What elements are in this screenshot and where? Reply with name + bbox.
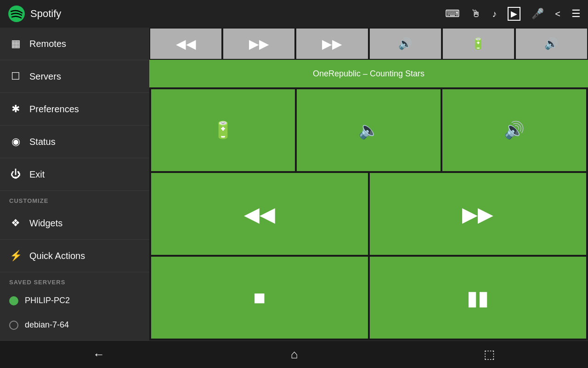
mute-button[interactable]: 🔈 — [297, 89, 441, 171]
music-icon[interactable]: ♪ — [492, 9, 497, 19]
sidebar-item-widgets[interactable]: ❖ Widgets — [0, 207, 149, 240]
media-row-3: ■ ▮▮ — [151, 257, 586, 339]
skip-next-icon: ▶▶ — [322, 36, 342, 52]
skip-next-button[interactable]: ▶▶ — [295, 28, 368, 60]
remotes-icon: ▦ — [9, 38, 22, 50]
vol-loud-button[interactable]: 🔊 — [442, 89, 586, 171]
top-bar-icons: ⌨ 🖱 ♪ ▶ 🎤 < ☰ — [445, 7, 581, 21]
next-frame-icon: ▶▶ — [249, 36, 269, 52]
prev-button[interactable]: ◀◀ — [149, 28, 222, 60]
stop-icon: ■ — [253, 286, 266, 309]
server-inactive-dot — [9, 321, 18, 330]
top-bar: Spotify ⌨ 🖱 ♪ ▶ 🎤 < ☰ — [0, 0, 588, 28]
quick-actions-icon: ⚡ — [9, 250, 22, 262]
sidebar: ▦ Remotes ☐ Servers ✱ Preferences ◉ Stat… — [0, 28, 149, 340]
vol-mid-button[interactable]: 🔋 — [442, 28, 515, 60]
server-philip-pc2[interactable]: PHILIP-PC2 — [0, 288, 149, 313]
server-philip-pc2-label: PHILIP-PC2 — [25, 296, 70, 305]
sidebar-item-servers[interactable]: ☐ Servers — [0, 60, 149, 93]
right-panel: ◀◀ ▶▶ ▶▶ 🔊 🔋 🔊 OneRepublic – Counting St… — [149, 28, 588, 340]
vol-up-button[interactable]: 🔊 — [515, 28, 588, 60]
mute-icon: 🔈 — [358, 121, 379, 140]
now-playing-text: OneRepublic – Counting Stars — [313, 69, 424, 79]
play-icon[interactable]: ▶ — [508, 7, 520, 21]
sidebar-item-servers-label: Servers — [29, 71, 61, 82]
app-logo-area: Spotify — [7, 5, 445, 23]
sidebar-item-remotes-label: Remotes — [29, 39, 66, 49]
next-frame-button[interactable]: ▶▶ — [222, 28, 295, 60]
now-playing-banner: OneRepublic – Counting Stars — [149, 60, 588, 87]
customize-section-label: CUSTOMIZE — [0, 191, 149, 207]
vol-down-icon: 🔊 — [398, 37, 412, 50]
preferences-icon: ✱ — [9, 103, 22, 115]
media-row-2: ◀◀ ▶▶ — [151, 173, 586, 255]
servers-icon: ☐ — [9, 70, 22, 82]
control-row: ◀◀ ▶▶ ▶▶ 🔊 🔋 🔊 — [149, 28, 588, 60]
sidebar-item-status-label: Status — [29, 137, 56, 147]
share-icon[interactable]: < — [555, 9, 560, 19]
server-debian-7-64[interactable]: debian-7-64 — [0, 313, 149, 337]
exit-icon: ⏻ — [9, 168, 22, 180]
sidebar-item-status[interactable]: ◉ Status — [0, 126, 149, 158]
stop-button[interactable]: ■ — [151, 257, 368, 339]
skip-back-button[interactable]: ◀◀ — [151, 173, 368, 255]
sidebar-item-preferences-label: Preferences — [29, 104, 79, 115]
back-button[interactable]: ← — [82, 344, 116, 365]
skip-fwd-icon: ▶▶ — [462, 202, 493, 226]
pause-icon: ▮▮ — [467, 286, 489, 310]
widgets-icon: ❖ — [9, 217, 22, 229]
spotify-logo-icon — [7, 5, 26, 23]
vol-mid-icon: 🔋 — [471, 37, 485, 50]
skip-back-icon: ◀◀ — [244, 202, 275, 226]
keyboard-icon[interactable]: ⌨ — [445, 8, 460, 20]
server-active-dot — [9, 296, 18, 305]
pause-button[interactable]: ▮▮ — [370, 257, 587, 339]
vol-soft-icon: 🔋 — [213, 121, 233, 140]
mouse-icon[interactable]: 🖱 — [471, 8, 481, 20]
saved-servers-label: SAVED SERVERS — [0, 272, 149, 288]
vol-up-icon: 🔊 — [544, 37, 558, 50]
sidebar-item-widgets-label: Widgets — [29, 218, 62, 229]
home-button[interactable]: ⌂ — [280, 344, 309, 365]
menu-icon[interactable]: ☰ — [571, 8, 581, 20]
vol-loud-icon: 🔊 — [504, 121, 525, 140]
sidebar-item-quick-actions-label: Quick Actions — [29, 251, 85, 261]
vol-down-button[interactable]: 🔊 — [369, 28, 442, 60]
microphone-icon[interactable]: 🎤 — [531, 8, 544, 20]
sidebar-item-quick-actions[interactable]: ⚡ Quick Actions — [0, 240, 149, 272]
sidebar-item-preferences[interactable]: ✱ Preferences — [0, 93, 149, 126]
recent-button[interactable]: ⬚ — [473, 344, 506, 365]
skip-fwd-button[interactable]: ▶▶ — [370, 173, 587, 255]
bottom-nav: ← ⌂ ⬚ — [0, 340, 588, 368]
status-icon: ◉ — [9, 136, 22, 148]
media-row-1: 🔋 🔈 🔊 — [151, 89, 586, 171]
media-grid: 🔋 🔈 🔊 ◀◀ ▶▶ ■ — [149, 87, 588, 340]
sidebar-item-exit[interactable]: ⏻ Exit — [0, 158, 149, 191]
server-debian-7-64-label: debian-7-64 — [25, 320, 69, 330]
app-title: Spotify — [30, 8, 61, 20]
sidebar-item-exit-label: Exit — [29, 169, 45, 180]
vol-soft-button[interactable]: 🔋 — [151, 89, 295, 171]
main-content: ▦ Remotes ☐ Servers ✱ Preferences ◉ Stat… — [0, 28, 588, 340]
sidebar-item-remotes[interactable]: ▦ Remotes — [0, 28, 149, 60]
prev-icon: ◀◀ — [176, 36, 196, 52]
